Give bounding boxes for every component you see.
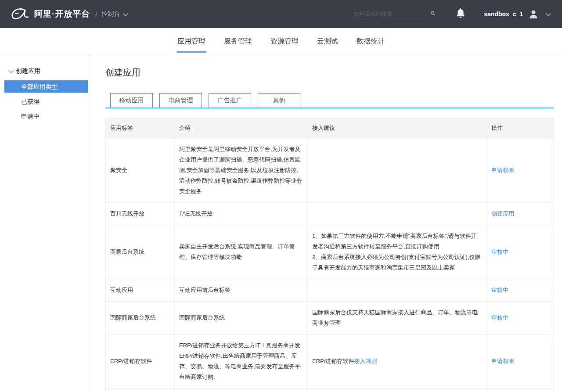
console-dropdown[interactable]: 控制台 [102, 10, 127, 18]
notifications-button[interactable] [456, 8, 465, 20]
table-row: 百川无线开放TAE无线开放创建应用 [106, 203, 554, 225]
operation-link[interactable]: 申请权限 [491, 358, 514, 364]
search-icon[interactable] [430, 9, 436, 17]
page-title: 创建应用 [105, 67, 554, 79]
top-header: 阿里·开放平台 / 控制台 sandbox_c_1 [0, 0, 562, 28]
table-row: ERP/进销存软件ERP/进销存业务开放给第三方IT工具服务商开发ERP/进销存… [106, 334, 554, 388]
operation-cell: 创建应用 [487, 388, 554, 392]
table-row: 品牌商数据银行开放给第三方IT软件服务商为品牌商提供线上线下全渠道解决方案一站式… [106, 388, 554, 392]
bell-icon [456, 8, 465, 20]
column-header-intro: 介绍 [175, 119, 308, 138]
category-tab-mobile-app[interactable]: 移动应用 [110, 93, 153, 108]
table-row: 国际商家后台系统国际商家后台系统国际商家后台仅支持天猫国际商家接入进行商品、订单… [106, 302, 554, 334]
cell-text: 卖家自主开发后台系统,实现商品管理、订单管理、库存管理等模块功能 [179, 243, 295, 260]
app-table-body: 聚安全阿里聚安全是阿里移动安全开放平台,为开发者及企业用户提供了漏洞扫描、恶意代… [106, 138, 554, 392]
table-row: 聚安全阿里聚安全是阿里移动安全开放平台,为开发者及企业用户提供了漏洞扫描、恶意代… [106, 138, 554, 203]
category-tab-ecommerce[interactable]: 电商管理 [159, 93, 202, 108]
cell-text: 阿里聚安全是阿里移动安全开放平台,为开发者及企业用户提供了漏洞扫描、恶意代码扫描… [179, 146, 302, 194]
cell-text: TAE无线开放 [179, 210, 213, 217]
tab-app-management[interactable]: 应用管理 [177, 29, 206, 54]
search-input[interactable] [353, 11, 430, 17]
person-icon [528, 9, 539, 19]
cell-text: 国际商家后台系统 [179, 314, 225, 321]
cell-text: ERP/进销存业务开放给第三方IT工具服务商开发ERP/进销存软件,出售给商家用… [179, 342, 301, 380]
operation-cell: 申请权限 [487, 334, 554, 388]
column-header-advice: 接入建议 [308, 119, 487, 138]
sidebar-item-obtained[interactable]: 已获得 [0, 95, 88, 108]
advice-cell [308, 279, 487, 302]
operation-cell: 审核中 [487, 279, 554, 302]
app-tag-cell: 品牌商数据银行 [106, 388, 175, 392]
advice-cell: 1、如果第三方软件的使用方,不能申请"商家后台标签",请与软件开发者沟通将第三方… [308, 225, 487, 279]
search-box [353, 9, 436, 19]
operation-link[interactable]: 审核中 [491, 314, 508, 321]
user-avatar[interactable] [528, 9, 539, 19]
intro-cell: 国际商家后台系统 [175, 302, 308, 334]
advice-cell: 全渠道ERP类目应用接入细则 [308, 388, 487, 392]
intro-cell: 互动应用前后台标签 [175, 279, 308, 302]
operation-link[interactable]: 审核中 [491, 287, 508, 293]
app-tag-cell: 聚安全 [106, 138, 175, 203]
tab-cloud-test[interactable]: 云测试 [316, 29, 339, 54]
intro-cell: TAE无线开放 [175, 203, 308, 225]
cell-text: ERP/进销存软件 [312, 358, 354, 364]
category-tab-other[interactable]: 其他 [258, 93, 300, 108]
user-menu-chevron-icon[interactable] [546, 11, 551, 16]
operation-link[interactable]: 申请权限 [491, 167, 514, 173]
app-tag-cell: 国际商家后台系统 [106, 302, 175, 334]
operation-cell: 审核中 [487, 225, 554, 279]
operation-cell: 创建应用 [487, 203, 554, 225]
sidebar: 创建应用 全部应用类型 已获得 申请中 [0, 55, 88, 392]
sidebar-item-all-app-types[interactable]: 全部应用类型 [4, 80, 88, 93]
table-row: 互动应用互动应用前后台标签审核中 [106, 279, 554, 302]
alibaba-logo-icon [10, 7, 30, 21]
app-tag-cell: 互动应用 [106, 279, 175, 302]
column-header-operation: 操作 [487, 119, 554, 138]
category-tab-advertising[interactable]: 广告推广 [209, 93, 251, 108]
username-label: sandbox_c_1 [484, 11, 523, 18]
column-header-app-tag: 应用标签 [106, 119, 175, 138]
intro-cell: 阿里聚安全是阿里移动安全开放平台,为开发者及企业用户提供了漏洞扫描、恶意代码扫描… [175, 138, 308, 203]
operation-cell: 审核中 [487, 302, 554, 334]
app-tag-cell: 商家后台系统 [106, 225, 175, 279]
sidebar-item-applying[interactable]: 申请中 [0, 110, 88, 122]
operation-link[interactable]: 审核中 [491, 248, 508, 255]
app-tag-cell: ERP/进销存软件 [106, 334, 175, 388]
inline-link[interactable]: 接入规则 [354, 358, 377, 364]
chevron-down-icon [122, 11, 128, 16]
chevron-down-icon [9, 68, 14, 73]
breadcrumb-separator: / [95, 11, 97, 18]
tab-data-statistics[interactable]: 数据统计 [356, 29, 385, 54]
sidebar-group-label: 创建应用 [16, 67, 40, 75]
advice-cell [308, 203, 487, 225]
advice-cell [308, 138, 487, 203]
intro-cell: 卖家自主开发后台系统,实现商品管理、订单管理、库存管理等模块功能 [175, 225, 308, 279]
operation-cell: 申请权限 [487, 138, 554, 203]
brand-title: 阿里·开放平台 [34, 8, 90, 20]
cell-text: 国际商家后台仅支持天猫国际商家接入进行商品、订单、物流等电商业务管理 [312, 309, 478, 326]
sidebar-group-create-app[interactable]: 创建应用 [0, 65, 88, 78]
tab-service-management[interactable]: 服务管理 [223, 29, 253, 54]
advice-cell: ERP/进销存软件接入规则 [308, 334, 487, 388]
cell-text: 1、如果第三方软件的使用方,不能申请"商家后台标签",请与软件开发者沟通将第三方… [312, 233, 481, 271]
app-tags-table: 应用标签 介绍 接入建议 操作 聚安全阿里聚安全是阿里移动安全开放平台,为开发者… [105, 118, 554, 392]
intro-cell: 开放给第三方IT软件服务商为品牌商提供线上线下全渠道解决方案一站式服务,打造服务… [175, 388, 308, 392]
console-label: 控制台 [102, 10, 120, 18]
intro-cell: ERP/进销存业务开放给第三方IT工具服务商开发ERP/进销存软件,出售给商家用… [175, 334, 308, 388]
table-row: 商家后台系统卖家自主开发后台系统,实现商品管理、订单管理、库存管理等模块功能1、… [106, 225, 554, 279]
app-tag-cell: 百川无线开放 [106, 203, 175, 225]
operation-link[interactable]: 创建应用 [491, 210, 514, 217]
tab-resource-management[interactable]: 资源管理 [270, 29, 299, 54]
main-content: 创建应用 移动应用 电商管理 广告推广 其他 应用标签 介绍 接入建议 操作 聚… [88, 55, 562, 392]
category-tabs: 移动应用 电商管理 广告推广 其他 [105, 93, 554, 108]
cell-text: 互动应用前后台标签 [179, 287, 231, 293]
primary-nav: 应用管理 服务管理 资源管理 云测试 数据统计 [0, 28, 562, 55]
table-header-row: 应用标签 介绍 接入建议 操作 [106, 119, 554, 138]
advice-cell: 国际商家后台仅支持天猫国际商家接入进行商品、订单、物流等电商业务管理 [308, 302, 487, 334]
